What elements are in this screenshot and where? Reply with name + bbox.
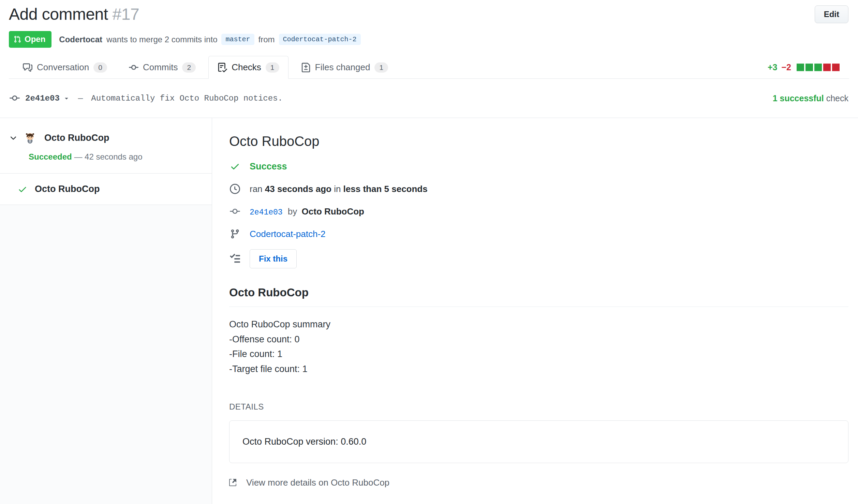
page-title: Add comment #17	[9, 5, 849, 24]
tab-conversation[interactable]: Conversation 0	[14, 56, 116, 79]
commit-sha: 2e41e03	[25, 94, 60, 103]
head-branch-ref[interactable]: Codertocat-patch-2	[279, 34, 361, 45]
timing-row: ran 43 seconds ago in less than 5 second…	[229, 182, 848, 196]
suite-status-label: Succeeded	[29, 152, 72, 161]
git-commit-icon	[10, 93, 20, 103]
edit-button[interactable]: Edit	[815, 5, 848, 23]
tab-commits[interactable]: Commits 2	[120, 56, 205, 79]
status-badge-label: Open	[25, 34, 45, 44]
branch-link[interactable]: Codertocat-patch-2	[250, 229, 326, 239]
check-run-item[interactable]: Octo RuboCop	[0, 173, 212, 205]
check-icon	[229, 161, 241, 172]
merge-summary: Codertocat wants to merge 2 commits into…	[59, 34, 360, 45]
git-pull-request-icon	[14, 35, 21, 43]
commit-selector-bar: 2e41e03 — Automatically fix Octo RuboCop…	[0, 79, 858, 118]
output-summary: Octo RuboCop summary -Offense count: 0 -…	[229, 317, 848, 377]
pr-meta-row: Open Codertocat wants to merge 2 commits…	[9, 31, 849, 48]
tab-label: Checks	[232, 62, 261, 73]
tab-files-changed[interactable]: Files changed 1	[292, 56, 398, 79]
timing-duration: less than 5 seconds	[343, 184, 428, 194]
run-title: Octo RuboCop	[229, 134, 848, 149]
details-label: DETAILS	[229, 402, 848, 412]
author-name: Codertocat	[59, 35, 102, 44]
merge-summary-text: wants to merge 2 commits into	[106, 35, 217, 44]
status-badge: Open	[9, 31, 51, 48]
tab-count: 2	[182, 62, 196, 73]
tab-label: Commits	[143, 62, 178, 73]
diffstat-additions: +3	[768, 62, 778, 72]
timing-ago: 43 seconds ago	[265, 184, 331, 194]
commit-text: 2e41e03 by Octo RuboCop	[250, 206, 364, 217]
comment-discussion-icon	[23, 63, 32, 72]
git-branch-icon	[229, 229, 241, 239]
run-status: Success	[250, 161, 287, 172]
diffstat-blocks	[797, 63, 840, 71]
pr-number: #17	[112, 5, 139, 23]
commit-row: 2e41e03 by Octo RuboCop	[229, 204, 848, 219]
git-commit-icon	[129, 63, 138, 72]
commit-author: Octo RuboCop	[302, 206, 364, 217]
avatar	[24, 132, 36, 144]
check-summary-strong: 1 successful	[773, 93, 824, 103]
check-run-detail: Octo RuboCop Success ran 43 seconds ago …	[212, 118, 858, 504]
tab-count: 0	[93, 62, 107, 73]
checks-sidebar: Octo RuboCop Succeeded — 42 seconds ago …	[0, 118, 212, 504]
summary-line: -Offense count: 0	[229, 332, 848, 347]
file-diff-icon	[301, 63, 311, 72]
git-commit-icon	[229, 206, 241, 217]
pr-header: Add comment #17 Edit Open Codertocat wan…	[0, 0, 858, 79]
view-more-details-link[interactable]: View more details on Octo RuboCop	[229, 477, 848, 488]
diffstat-block-added	[797, 63, 804, 71]
checklist-icon	[218, 63, 227, 72]
chevron-down-icon[interactable]	[9, 133, 18, 142]
diffstat-block-deleted	[832, 63, 840, 71]
details-box: Octo RuboCop version: 0.60.0	[229, 420, 848, 463]
tab-count: 1	[374, 62, 388, 73]
checks-panel: Octo RuboCop Succeeded — 42 seconds ago …	[0, 118, 858, 504]
commit-sha-dropdown[interactable]: 2e41e03	[25, 94, 70, 103]
link-external-icon	[229, 478, 239, 487]
diffstat-block-added	[805, 63, 813, 71]
sidebar-filler	[0, 205, 212, 504]
fix-this-button[interactable]: Fix this	[250, 249, 297, 268]
summary-line: Octo RuboCop summary	[229, 317, 848, 332]
timing-text: ran 43 seconds ago in less than 5 second…	[250, 184, 428, 194]
check-summary-rest: check	[824, 93, 848, 103]
pr-title-text: Add comment	[9, 5, 108, 23]
base-branch-ref[interactable]: master	[221, 34, 254, 45]
commit-message: Automatically fix Octo RuboCop notices.	[91, 94, 283, 103]
fix-this-row: Fix this	[229, 249, 848, 268]
check-summary: 1 successful check	[773, 93, 848, 103]
commit-separator: —	[78, 94, 83, 103]
tab-label: Conversation	[37, 62, 89, 73]
diffstat-deletions: −2	[781, 62, 791, 72]
diffstat-block-added	[814, 63, 822, 71]
tab-count: 1	[266, 62, 279, 73]
details-text: Octo RuboCop version: 0.60.0	[242, 436, 366, 447]
summary-line: -File count: 1	[229, 347, 848, 362]
suite-name: Octo RuboCop	[44, 133, 109, 143]
summary-line: -Target file count: 1	[229, 362, 848, 377]
view-more-details-label: View more details on Octo RuboCop	[246, 477, 389, 488]
triangle-down-icon	[63, 95, 70, 102]
tasklist-icon	[229, 254, 241, 264]
check-suite-header[interactable]: Octo RuboCop Succeeded — 42 seconds ago	[0, 118, 212, 173]
from-word: from	[258, 35, 275, 44]
tab-checks[interactable]: Checks 1	[208, 56, 288, 79]
commit-sha-link[interactable]: 2e41e03	[250, 208, 283, 217]
check-icon	[18, 184, 27, 194]
pr-tabbar: Conversation 0 Commits 2 Checks 1 Files …	[9, 56, 849, 79]
clock-icon	[229, 184, 241, 194]
status-row: Success	[229, 159, 848, 174]
check-run-name: Octo RuboCop	[35, 184, 100, 194]
diffstat-block-deleted	[823, 63, 831, 71]
suite-status-time: — 42 seconds ago	[74, 152, 142, 161]
diffstat[interactable]: +3 −2	[768, 62, 840, 72]
output-section-title: Octo RuboCop	[229, 286, 848, 307]
tab-label: Files changed	[315, 62, 370, 73]
branch-row: Codertocat-patch-2	[229, 227, 848, 241]
